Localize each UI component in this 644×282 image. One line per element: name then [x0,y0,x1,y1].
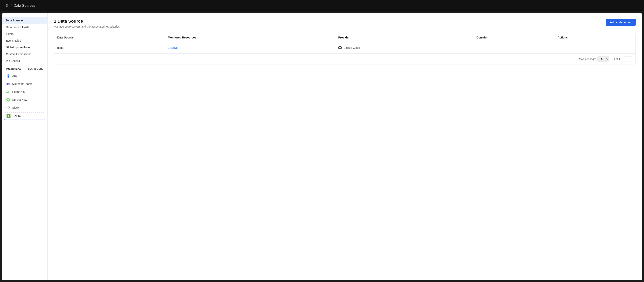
rows-per-page-label: Rows per page: [578,58,596,61]
pagination-navigation: ‹ › [622,56,632,62]
col-header-provider: Provider [335,33,473,42]
learn-more-link[interactable]: LEARN MORE [28,68,44,70]
sidebar-item-custom-expressions[interactable]: Custom Expressions [2,51,47,58]
jira-icon [6,74,10,78]
integrations-label: Integrations [6,67,20,70]
add-code-server-button[interactable]: Add code server [606,19,636,26]
integration-item-pagerduty[interactable]: pd PagerDuty [2,88,47,96]
table-row: demo 3 Active GitHub Cl [54,42,636,53]
col-header-domain: Domain [474,33,554,42]
rows-per-page-control: Rows per page: 25 50 100 [578,57,609,62]
monitored-resources-link[interactable]: 3 Active [168,46,178,49]
content-header: 1 Data Source Manage code servers and th… [54,19,636,28]
svg-rect-9 [8,109,8,109]
sidebar-item-data-sources[interactable]: Data Sources [2,17,47,24]
cell-provider: GitHub Cloud [335,42,473,53]
pagerduty-label: PagerDuty [12,90,25,93]
slack-label: Slack [12,106,19,109]
microsoft-teams-label: Microsoft Teams [12,82,32,86]
jira-label: Jira [12,74,17,78]
microsoft-teams-icon: T [6,82,10,86]
page-title: 1 Data Source [54,19,120,24]
breadcrumb-separator: / [11,4,12,7]
svg-text:pd: pd [6,91,9,93]
integration-item-servicenow[interactable]: ServiceNow [2,96,47,104]
pagination-next-button[interactable]: › [628,56,632,62]
integration-item-splunk[interactable]: Splunk [4,112,46,120]
github-icon [338,46,342,50]
integration-item-slack[interactable]: Slack [2,104,47,112]
row-actions-button[interactable]: ⋮ [558,45,565,51]
pagination-range: 1-1 of 1 [612,58,620,61]
svg-point-5 [7,99,9,101]
cell-data-source-name: demo [54,42,165,53]
col-header-actions: Actions [554,33,636,42]
svg-rect-7 [8,106,8,107]
cell-domain [474,42,554,53]
provider-name: GitHub Cloud [344,46,360,49]
sidebar-item-global-ignore-rules[interactable]: Global Ignore Rules [2,44,47,51]
integration-item-microsoft-teams[interactable]: T Microsoft Teams [2,80,47,88]
provider-cell: GitHub Cloud [338,46,470,50]
main-content: 1 Data Source Manage code servers and th… [48,13,642,280]
servicenow-label: ServiceNow [12,98,27,101]
sidebar-item-filters[interactable]: Filters [2,31,47,37]
page-subtitle: Manage code servers and the associated r… [54,25,120,28]
integrations-section-header: Integrations LEARN MORE [2,64,47,72]
slack-icon [6,106,10,110]
sidebar: Data Sources Data Source Hosts Filters E… [2,13,48,280]
topbar: ⚙ / Data Sources [0,0,644,11]
content-header-text: 1 Data Source Manage code servers and th… [54,19,120,28]
col-header-monitored-resources: Monitored Resources [165,33,335,42]
splunk-label: Splunk [13,114,21,118]
breadcrumb-page-title: Data Sources [14,4,35,8]
svg-rect-8 [9,107,10,108]
table-header-row: Data Source Monitored Resources Provider… [54,33,636,42]
pagerduty-icon: pd [6,90,10,94]
cell-monitored-resources[interactable]: 3 Active [165,42,335,53]
sidebar-item-data-source-hosts[interactable]: Data Source Hosts [2,24,47,31]
data-sources-table: Data Source Monitored Resources Provider… [54,33,636,65]
svg-rect-6 [6,107,7,108]
sidebar-item-pr-checks[interactable]: PR Checks [2,58,47,64]
pagination: Rows per page: 25 50 100 1-1 of 1 ‹ › [54,53,636,64]
servicenow-icon [6,98,10,102]
pagination-prev-button[interactable]: ‹ [622,56,627,62]
cell-actions[interactable]: ⋮ [554,42,636,53]
gear-icon: ⚙ [6,3,9,8]
main-container: Data Sources Data Source Hosts Filters E… [2,13,642,280]
integration-item-jira[interactable]: Jira [2,72,47,80]
svg-text:T: T [8,84,9,85]
sidebar-item-event-rules[interactable]: Event Rules [2,37,47,44]
splunk-icon [6,114,11,118]
col-header-data-source: Data Source [54,33,165,42]
rows-per-page-select[interactable]: 25 50 100 [597,57,609,62]
